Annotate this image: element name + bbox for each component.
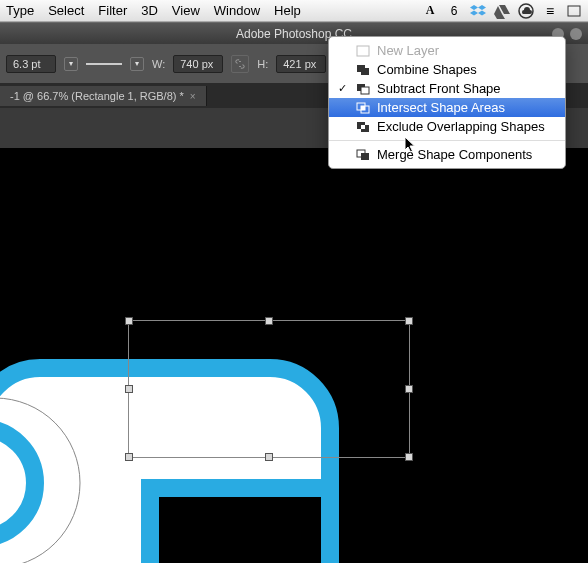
- menu-item-combine[interactable]: Combine Shapes: [329, 60, 565, 79]
- transform-handle-bl[interactable]: [125, 453, 133, 461]
- combine-shapes-icon: [355, 63, 371, 77]
- menu-select[interactable]: Select: [48, 3, 84, 18]
- menu-view[interactable]: View: [172, 3, 200, 18]
- transform-handle-br[interactable]: [405, 453, 413, 461]
- link-dimensions-icon[interactable]: [231, 55, 249, 73]
- transform-handle-lc[interactable]: [125, 385, 133, 393]
- menu-window[interactable]: Window: [214, 3, 260, 18]
- cloud-icon[interactable]: [518, 3, 534, 19]
- intersect-shape-icon: [355, 101, 371, 115]
- document-tab[interactable]: -1 @ 66.7% (Rectangle 1, RGB/8) * ×: [0, 86, 207, 106]
- menu-item-label: Merge Shape Components: [377, 147, 532, 162]
- cursor-icon: [404, 136, 418, 158]
- menu-filter[interactable]: Filter: [98, 3, 127, 18]
- svg-rect-9: [361, 68, 369, 75]
- menu-item-exclude[interactable]: Exclude Overlapping Shapes: [329, 117, 565, 136]
- new-layer-icon: [355, 44, 371, 58]
- menubar-right: A 6 ≡: [422, 3, 582, 19]
- drive-icon[interactable]: [494, 3, 510, 19]
- svg-rect-11: [361, 87, 369, 94]
- window-maximize-button[interactable]: [570, 28, 582, 40]
- menu-3d[interactable]: 3D: [141, 3, 158, 18]
- menu-separator: [329, 140, 565, 141]
- transform-bounding-box[interactable]: [128, 320, 410, 458]
- mac-menubar: Type Select Filter 3D View Window Help A…: [0, 0, 588, 22]
- svg-rect-17: [361, 125, 365, 129]
- stroke-style-dropdown[interactable]: ▾: [130, 57, 144, 71]
- adobe-a-icon[interactable]: A: [422, 3, 438, 19]
- transform-handle-tr[interactable]: [405, 317, 413, 325]
- transform-handle-tl[interactable]: [125, 317, 133, 325]
- document-tab-label: -1 @ 66.7% (Rectangle 1, RGB/8) *: [10, 90, 184, 102]
- document-tab-close[interactable]: ×: [190, 91, 196, 102]
- transform-handle-rc[interactable]: [405, 385, 413, 393]
- exclude-shape-icon: [355, 120, 371, 134]
- menu-item-label: Subtract Front Shape: [377, 81, 501, 96]
- menu-extra2-icon[interactable]: [566, 3, 582, 19]
- menu-item-new-layer: New Layer: [329, 41, 565, 60]
- menu-help[interactable]: Help: [274, 3, 301, 18]
- menu-item-label: Exclude Overlapping Shapes: [377, 119, 545, 134]
- height-input[interactable]: [276, 55, 326, 73]
- width-label: W:: [152, 58, 165, 70]
- menu-item-label: Intersect Shape Areas: [377, 100, 505, 115]
- svg-rect-7: [357, 46, 369, 56]
- svg-rect-14: [361, 106, 365, 110]
- menu-item-label: Combine Shapes: [377, 62, 477, 77]
- badge-count: 6: [446, 3, 462, 19]
- menu-item-intersect[interactable]: Intersect Shape Areas: [329, 98, 565, 117]
- dropbox-icon[interactable]: [470, 3, 486, 19]
- svg-rect-5: [150, 488, 330, 563]
- menu-type[interactable]: Type: [6, 3, 34, 18]
- stroke-width-input[interactable]: [6, 55, 56, 73]
- merge-components-icon: [355, 148, 371, 162]
- menu-item-merge[interactable]: Merge Shape Components: [329, 145, 565, 164]
- height-label: H:: [257, 58, 268, 70]
- subtract-shape-icon: [355, 82, 371, 96]
- transform-handle-tc[interactable]: [265, 317, 273, 325]
- menu-extra-icon[interactable]: ≡: [542, 3, 558, 19]
- menubar-left: Type Select Filter 3D View Window Help: [6, 3, 301, 18]
- svg-rect-19: [361, 153, 369, 160]
- svg-rect-1: [568, 6, 580, 16]
- menu-item-label: New Layer: [377, 43, 439, 58]
- width-input[interactable]: [173, 55, 223, 73]
- menu-item-subtract[interactable]: ✓ Subtract Front Shape: [329, 79, 565, 98]
- stroke-width-dropdown[interactable]: ▾: [64, 57, 78, 71]
- transform-handle-bc[interactable]: [265, 453, 273, 461]
- check-icon: ✓: [335, 82, 349, 95]
- path-operations-menu: New Layer Combine Shapes ✓ Subtract Fron…: [328, 36, 566, 169]
- stroke-style-preview[interactable]: [86, 63, 122, 71]
